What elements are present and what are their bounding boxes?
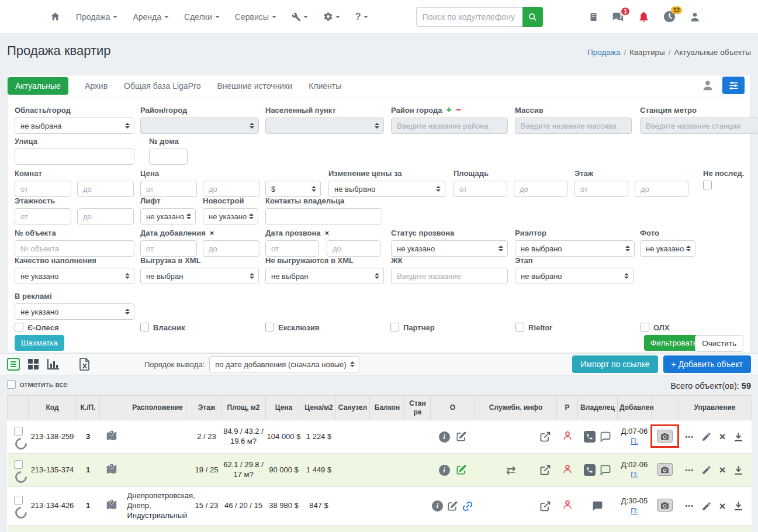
not-last-checkbox[interactable] xyxy=(703,181,712,189)
new-building-select[interactable]: не указано xyxy=(203,208,258,224)
region-select[interactable]: не выбрана xyxy=(15,118,134,134)
delete-icon[interactable]: × xyxy=(719,465,726,475)
realtor-person-icon[interactable] xyxy=(562,430,573,441)
xml-upload-select[interactable]: не выбран xyxy=(140,268,259,284)
currency-select[interactable]: $ xyxy=(265,181,321,197)
tab-aktualnye[interactable]: Актуальные xyxy=(8,77,68,95)
camera-icon[interactable] xyxy=(657,463,673,476)
comment-icon[interactable] xyxy=(600,431,611,443)
download-icon[interactable] xyxy=(733,500,744,512)
info-icon[interactable]: i xyxy=(432,500,443,512)
excel-export-icon[interactable] xyxy=(79,358,90,371)
owner-contacts-input[interactable] xyxy=(265,208,382,224)
realtor-person-icon[interactable] xyxy=(562,499,573,510)
pencil-icon[interactable] xyxy=(701,501,712,512)
partner-checkbox[interactable] xyxy=(390,323,399,331)
download-icon[interactable] xyxy=(733,465,744,476)
help-menu[interactable]: ? xyxy=(355,12,368,22)
user-profile-icon[interactable] xyxy=(689,11,701,23)
clear-button[interactable]: Очистить xyxy=(695,335,743,352)
pencil-icon[interactable] xyxy=(701,465,712,475)
menu-prodazha[interactable]: Продажа xyxy=(76,12,117,22)
phone-icon[interactable] xyxy=(584,464,596,476)
stage-select[interactable]: не выбрано xyxy=(515,268,634,284)
tools-menu[interactable] xyxy=(292,12,308,22)
call-date-link[interactable]: П: xyxy=(631,437,638,445)
photo-select[interactable]: не указано xyxy=(640,240,695,257)
quality-select[interactable]: не указано xyxy=(15,268,134,284)
price-change-select[interactable]: не выбрано xyxy=(328,181,445,197)
info-icon[interactable]: i xyxy=(439,465,450,476)
messages-icon[interactable]: 1 xyxy=(611,11,625,23)
external-link-icon[interactable] xyxy=(539,500,551,512)
object-id-input[interactable] xyxy=(15,240,134,257)
house-number-input[interactable] xyxy=(149,148,188,165)
add-district-icon[interactable]: + xyxy=(447,106,452,114)
clear-date-call-icon[interactable]: × xyxy=(325,229,330,237)
date-call-from-input[interactable] xyxy=(265,240,319,257)
edit-note-icon[interactable] xyxy=(455,464,467,476)
row-checkbox[interactable] xyxy=(14,496,23,505)
advert-select[interactable]: не указано xyxy=(15,303,134,320)
pencil-icon[interactable] xyxy=(701,431,712,442)
row-checkbox[interactable] xyxy=(14,460,23,469)
external-link-icon[interactable] xyxy=(539,431,551,443)
camera-icon[interactable] xyxy=(657,430,673,443)
journal-icon[interactable] xyxy=(589,11,598,23)
more-actions-icon[interactable]: ••• xyxy=(686,502,694,510)
phone-icon[interactable] xyxy=(584,431,596,443)
tasks-clock-icon[interactable]: 12 xyxy=(663,10,676,23)
more-actions-icon[interactable]: ••• xyxy=(686,433,694,441)
remove-district-icon[interactable]: − xyxy=(456,106,461,114)
link-icon[interactable] xyxy=(459,498,476,514)
area-from-input[interactable] xyxy=(454,181,507,197)
call-date-link[interactable]: П: xyxy=(631,471,638,479)
select-all-checkbox[interactable] xyxy=(7,380,16,389)
more-actions-icon[interactable]: ••• xyxy=(686,466,694,474)
menu-arenda[interactable]: Аренда xyxy=(133,12,169,22)
swap-icon[interactable]: ⇄ xyxy=(506,462,516,478)
realtor-person-icon[interactable] xyxy=(562,463,573,475)
search-button[interactable] xyxy=(522,7,543,27)
import-by-link-button[interactable]: Импорт по ссылке xyxy=(572,355,657,373)
floor-from-input[interactable] xyxy=(574,181,628,197)
date-call-to-input[interactable] xyxy=(327,240,380,257)
list-view-icon[interactable] xyxy=(7,358,20,371)
call-status-select[interactable]: не указано xyxy=(391,240,508,257)
floors-total-to-input[interactable] xyxy=(77,208,134,224)
floor-to-input[interactable] xyxy=(635,181,688,197)
home-icon[interactable] xyxy=(50,11,61,22)
camera-icon[interactable] xyxy=(657,499,673,512)
map-marker-icon[interactable] xyxy=(105,429,118,442)
comment-filled-icon[interactable] xyxy=(591,500,604,512)
complex-input[interactable] xyxy=(391,268,508,284)
street-input[interactable] xyxy=(15,148,134,165)
tab-arhiv[interactable]: Архив xyxy=(85,81,108,91)
price-to-input[interactable] xyxy=(203,181,259,197)
floors-total-from-input[interactable] xyxy=(15,208,71,224)
vlasnik-checkbox[interactable] xyxy=(140,323,149,331)
edit-note-icon[interactable] xyxy=(447,500,458,512)
tab-vneshnie-istochniki[interactable]: Внешние источники xyxy=(217,81,292,91)
area-to-input[interactable] xyxy=(514,181,567,197)
date-added-from-input[interactable] xyxy=(140,240,197,257)
delete-icon[interactable]: × xyxy=(719,432,726,441)
external-link-icon[interactable] xyxy=(539,464,551,476)
chess-button[interactable]: Шахматка xyxy=(15,335,64,351)
map-marker-icon[interactable] xyxy=(105,462,118,475)
delete-icon[interactable]: × xyxy=(719,502,726,511)
olx-checkbox[interactable] xyxy=(641,323,649,331)
lift-select[interactable]: не указано xyxy=(140,208,196,224)
info-icon[interactable]: i xyxy=(439,431,450,443)
order-select[interactable]: по дате добавления (сначала новые) xyxy=(209,356,359,372)
price-from-input[interactable] xyxy=(140,181,197,197)
filter-settings-button[interactable] xyxy=(722,77,745,94)
menu-sdelki[interactable]: Сделки xyxy=(184,12,220,22)
person-icon[interactable] xyxy=(701,79,714,92)
exclusive-checkbox[interactable] xyxy=(265,323,274,331)
tab-klienty[interactable]: Клиенты xyxy=(309,81,341,91)
e-olesya-checkbox[interactable] xyxy=(15,323,23,331)
tab-obshchaya-baza[interactable]: Общая база LigaPro xyxy=(124,81,200,91)
comment-icon[interactable] xyxy=(600,464,611,476)
settings-menu[interactable] xyxy=(323,12,340,22)
